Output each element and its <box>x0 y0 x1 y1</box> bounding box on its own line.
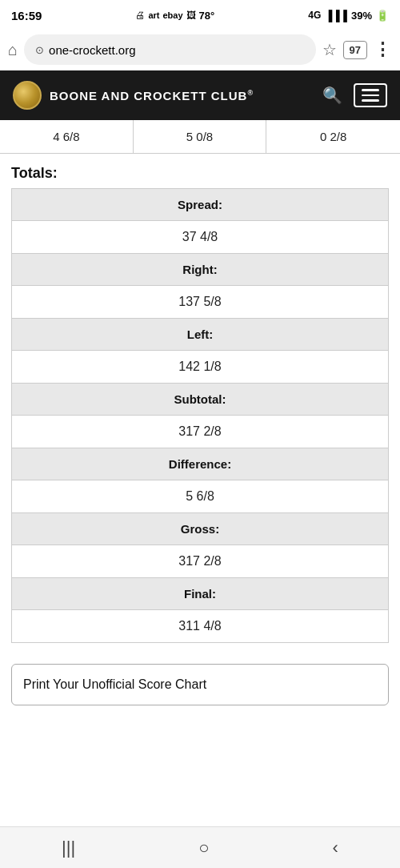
table-row: 37 4/8 <box>12 221 389 254</box>
menu-button[interactable] <box>354 83 387 107</box>
table-row: 142 1/8 <box>12 351 389 384</box>
table-row: Final: <box>12 578 389 610</box>
lock-icon: ⊙ <box>35 44 44 56</box>
score-label: Spread: <box>12 189 389 221</box>
logo-coin <box>13 81 42 110</box>
image-icon: 🖼 <box>186 10 196 21</box>
art-icon: art <box>148 10 159 20</box>
top-cell-3: 0 2/8 <box>266 120 400 153</box>
ebay-icon: ebay <box>163 10 183 20</box>
score-value: 137 5/8 <box>12 286 389 319</box>
url-box[interactable]: ⊙ one-crockett.org <box>24 34 315 65</box>
score-value: 37 4/8 <box>12 221 389 254</box>
table-row: Subtotal: <box>12 384 389 416</box>
table-row: Right: <box>12 254 389 286</box>
score-label: Gross: <box>12 513 389 545</box>
score-label: Right: <box>12 254 389 286</box>
url-text: one-crockett.org <box>49 43 135 57</box>
print-btn-container: Print Your Unofficial Score Chart <box>0 651 400 721</box>
nav-title: Boone and Crockett Club® <box>50 89 254 102</box>
back-icon[interactable]: ‹ <box>333 838 338 858</box>
battery-icon: 🔋 <box>376 10 389 22</box>
signal-bars-icon: ▐▐▐ <box>325 10 347 22</box>
score-label: Left: <box>12 319 389 351</box>
status-time: 16:59 <box>11 9 42 22</box>
table-row: 311 4/8 <box>12 610 389 643</box>
nav-icons: 🔍 <box>322 83 387 107</box>
score-value: 311 4/8 <box>12 610 389 643</box>
table-row: Spread: <box>12 189 389 221</box>
top-data-row: 4 6/8 5 0/8 0 2/8 <box>0 120 400 154</box>
table-row: Gross: <box>12 513 389 545</box>
table-row: 5 6/8 <box>12 480 389 513</box>
score-label: Subtotal: <box>12 384 389 416</box>
home-button-icon[interactable]: ○ <box>198 838 209 858</box>
battery-text: 39% <box>351 10 372 22</box>
home-icon[interactable]: ⌂ <box>8 41 18 59</box>
status-right: 4G ▐▐▐ 39% 🔋 <box>308 10 389 22</box>
signal-text: 4G <box>308 10 321 21</box>
tab-count[interactable]: 97 <box>343 41 367 59</box>
status-icons: 🖨 art ebay 🖼 78° <box>135 10 214 22</box>
score-value: 5 6/8 <box>12 480 389 513</box>
main-content: Totals: Spread:37 4/8Right:137 5/8Left:1… <box>0 154 400 651</box>
score-label: Final: <box>12 578 389 610</box>
temperature: 78° <box>199 10 215 22</box>
browser-bar: ⌂ ⊙ one-crockett.org ☆ 97 ⋮ <box>0 29 400 70</box>
score-label: Difference: <box>12 448 389 480</box>
score-value: 142 1/8 <box>12 351 389 384</box>
totals-label: Totals: <box>11 165 389 182</box>
score-table: Spread:37 4/8Right:137 5/8Left:142 1/8Su… <box>11 188 389 643</box>
table-row: Difference: <box>12 448 389 480</box>
nav-bar: Boone and Crockett Club® 🔍 <box>0 70 400 120</box>
status-bar: 16:59 🖨 art ebay 🖼 78° 4G ▐▐▐ 39% 🔋 <box>0 0 400 29</box>
notification-icon: 🖨 <box>135 10 145 21</box>
bottom-nav: ||| ○ ‹ <box>0 826 400 868</box>
top-cell-2: 5 0/8 <box>134 120 267 153</box>
bookmark-icon[interactable]: ☆ <box>322 40 337 59</box>
search-icon[interactable]: 🔍 <box>322 86 342 105</box>
table-row: Left: <box>12 319 389 351</box>
score-value: 317 2/8 <box>12 416 389 448</box>
table-row: 317 2/8 <box>12 416 389 448</box>
print-button[interactable]: Print Your Unofficial Score Chart <box>11 664 389 705</box>
more-options-icon[interactable]: ⋮ <box>374 39 392 60</box>
top-cell-1: 4 6/8 <box>0 120 134 153</box>
table-row: 137 5/8 <box>12 286 389 319</box>
recent-apps-icon[interactable]: ||| <box>62 838 75 858</box>
nav-logo: Boone and Crockett Club® <box>13 81 254 110</box>
score-value: 317 2/8 <box>12 545 389 578</box>
table-row: 317 2/8 <box>12 545 389 578</box>
